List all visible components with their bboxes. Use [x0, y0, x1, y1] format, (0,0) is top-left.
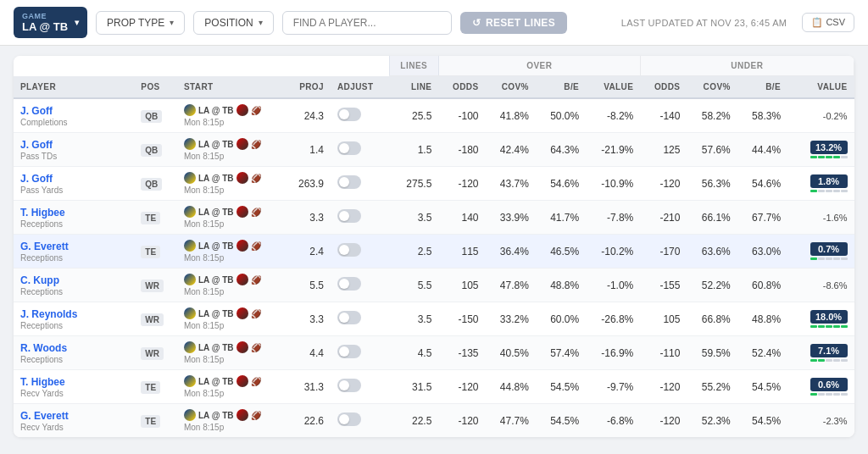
position-filter[interactable]: POSITION ▾ — [193, 11, 273, 35]
under-odds-cell: -210 — [640, 201, 687, 235]
col-line: LINE — [389, 76, 438, 99]
over-cov-cell: 43.7% — [486, 167, 536, 201]
adjust-toggle[interactable] — [337, 243, 361, 257]
under-be-cell: 54.5% — [737, 370, 787, 404]
under-cov-cell: 59.5% — [687, 336, 737, 370]
under-odds-cell: -155 — [640, 269, 687, 302]
under-value-cell: 1.8% — [787, 167, 854, 201]
csv-button[interactable]: 📋 CSV — [802, 13, 854, 32]
flag-icon: 🏈 — [251, 208, 261, 217]
value-badge-positive: 0.7% — [810, 242, 848, 256]
tb-team-icon — [236, 375, 248, 387]
game-selector[interactable]: GAME LA @ TB ▾ — [14, 7, 87, 38]
player-name[interactable]: C. Kupp — [20, 274, 127, 286]
player-prop: Pass Yards — [20, 185, 127, 195]
matchup-text: LA @ TB — [198, 309, 234, 318]
value-bar — [810, 190, 848, 192]
flag-icon: 🏈 — [251, 140, 261, 149]
col-over-odds: ODDS — [438, 76, 485, 99]
reset-lines-button[interactable]: ↺ RESET LINES — [460, 12, 567, 34]
proj-cell: 31.3 — [284, 370, 331, 404]
proj-cell: 3.3 — [284, 302, 331, 336]
under-cov-cell: 56.3% — [687, 167, 737, 201]
adjust-toggle[interactable] — [337, 311, 361, 324]
under-cov-cell: 52.3% — [687, 404, 737, 438]
player-info: G. Everett Receptions — [14, 235, 134, 269]
adjust-toggle[interactable] — [337, 209, 361, 223]
game-info-cell: LA @ TB 🏈 Mon 8:15p — [177, 98, 284, 133]
under-be-cell: 44.4% — [737, 133, 787, 167]
adjust-toggle[interactable] — [337, 108, 361, 121]
game-info-cell: LA @ TB 🏈 Mon 8:15p — [177, 336, 284, 370]
game-time: Mon 8:15p — [184, 118, 277, 127]
player-name[interactable]: T. Higbee — [20, 207, 127, 219]
player-name[interactable]: J. Goff — [20, 139, 127, 151]
adjust-toggle[interactable] — [337, 379, 361, 392]
pos-badge: TE — [141, 212, 160, 224]
la-team-icon — [184, 274, 196, 285]
player-info: R. Woods Receptions — [14, 336, 134, 370]
adjust-cell — [331, 98, 389, 133]
player-name[interactable]: G. Everett — [20, 241, 127, 252]
lines-group-header: LINES — [389, 56, 438, 76]
matchup-text: LA @ TB — [198, 343, 234, 352]
player-prop: Receptions — [20, 321, 127, 330]
pos-badge: WR — [141, 347, 164, 360]
adjust-toggle[interactable] — [337, 277, 361, 291]
player-pos: TE — [134, 370, 177, 404]
line-cell: 25.5 — [389, 98, 438, 133]
prop-type-filter[interactable]: PROP TYPE ▾ — [96, 11, 185, 35]
adjust-cell — [331, 133, 389, 167]
line-cell: 31.5 — [389, 370, 438, 404]
pos-badge: TE — [141, 246, 160, 258]
chevron-down-icon: ▾ — [75, 18, 79, 27]
player-name[interactable]: J. Reynolds — [20, 308, 127, 320]
tb-team-icon — [236, 104, 248, 116]
game-time: Mon 8:15p — [184, 355, 277, 364]
matchup-text: LA @ TB — [198, 106, 234, 115]
over-be-cell: 54.5% — [536, 404, 586, 438]
col-over-value: VALUE — [586, 76, 640, 99]
pos-badge: WR — [141, 313, 164, 326]
under-odds-cell: -120 — [640, 167, 687, 201]
under-cov-cell: 63.6% — [687, 235, 737, 269]
adjust-cell — [331, 370, 389, 404]
search-input[interactable] — [282, 11, 452, 35]
matchup-text: LA @ TB — [198, 140, 234, 149]
under-value-cell: 18.0% — [787, 302, 854, 336]
adjust-toggle[interactable] — [337, 141, 361, 155]
player-name[interactable]: J. Goff — [20, 173, 127, 185]
table-container: LINES OVER UNDER PLAYER POS START PROJ A… — [0, 46, 868, 447]
matchup-text: LA @ TB — [198, 377, 234, 386]
player-prop: Recv Yards — [20, 389, 127, 398]
player-name[interactable]: G. Everett — [20, 410, 127, 422]
matchup-text: LA @ TB — [198, 174, 234, 183]
player-name[interactable]: J. Goff — [20, 105, 127, 117]
under-cov-cell: 66.1% — [687, 201, 737, 235]
game-matchup: LA @ TB 🏈 — [184, 172, 277, 184]
over-value-cell: -10.9% — [586, 167, 640, 201]
adjust-toggle[interactable] — [337, 175, 361, 189]
under-value-cell: -2.3% — [787, 404, 854, 438]
tb-team-icon — [236, 240, 248, 252]
game-time: Mon 8:15p — [184, 253, 277, 263]
empty-header-1 — [14, 56, 284, 76]
table-row: R. Woods Receptions WR LA @ TB 🏈 Mon 8:1… — [14, 336, 854, 370]
player-name[interactable]: R. Woods — [20, 342, 127, 354]
game-matchup: LA @ TB 🏈 — [184, 307, 277, 319]
game-info-cell: LA @ TB 🏈 Mon 8:15p — [177, 404, 284, 438]
adjust-toggle[interactable] — [337, 345, 361, 358]
line-cell: 4.5 — [389, 336, 438, 370]
game-time: Mon 8:15p — [184, 321, 277, 330]
game-matchup: LA @ TB 🏈 — [184, 138, 277, 150]
under-cov-cell: 57.6% — [687, 133, 737, 167]
game-matchup: LA @ TB 🏈 — [184, 206, 277, 218]
player-name[interactable]: T. Higbee — [20, 376, 127, 388]
game-info-cell: LA @ TB 🏈 Mon 8:15p — [177, 269, 284, 302]
player-info: J. Goff Pass Yards — [14, 167, 134, 201]
game-matchup: LA @ TB 🏈 — [184, 409, 277, 421]
player-info: J. Goff Pass TDs — [14, 133, 134, 167]
adjust-toggle[interactable] — [337, 412, 361, 426]
proj-cell: 263.9 — [284, 167, 331, 201]
last-updated: LAST UPDATED AT NOV 23, 6:45 AM — [621, 18, 787, 28]
